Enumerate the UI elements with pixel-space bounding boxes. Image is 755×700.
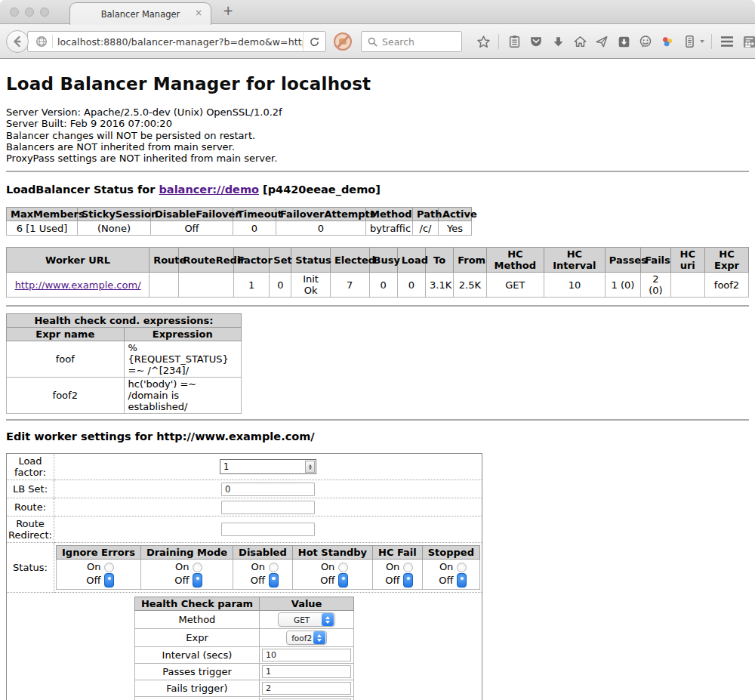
back-arrow-icon [11, 35, 23, 48]
route-redirect-input[interactable] [221, 523, 315, 536]
container-dropdown-caret-icon[interactable] [700, 40, 704, 43]
tab-bar: Balancer Manager × + [0, 0, 755, 24]
method-select[interactable]: GET [278, 612, 335, 627]
home-icon[interactable] [572, 33, 588, 50]
select-stepper-icon [322, 613, 334, 626]
col-passes: Passes [605, 248, 641, 273]
col-stopped: Stopped [422, 546, 479, 560]
new-tab-button[interactable]: + [223, 3, 233, 18]
colors-extension-icon[interactable] [659, 33, 676, 50]
chat-smiley-icon[interactable] [637, 33, 654, 50]
draining-mode-off-radio[interactable] [193, 573, 202, 587]
url-text[interactable]: localhost:8880/balancer-manager?b=demo&w… [57, 36, 303, 48]
stopped-off-radio[interactable] [457, 573, 467, 587]
form-row-status: Status: Ignore Errors Draining Mode Disa… [7, 543, 482, 593]
col-hc-fail: HC Fail [373, 546, 423, 560]
method-selected-value: GET [279, 615, 322, 624]
back-button[interactable] [6, 30, 29, 53]
col-active: Active [439, 208, 472, 221]
cell-from: 2.5K [454, 273, 486, 298]
form-row-route-redirect: Route Redirect: [7, 517, 482, 543]
hot-standby-on-radio[interactable] [338, 563, 348, 572]
form-row-load-factor: Load factor: 1 [7, 454, 482, 480]
cell-elected: 7 [330, 273, 369, 298]
content-blocker-icon[interactable] [334, 32, 352, 51]
status-header-row: Ignore Errors Draining Mode Disabled Hot… [57, 546, 480, 560]
col-busy: Busy [369, 248, 397, 273]
grid-panel-icon[interactable] [741, 33, 755, 50]
ignore-errors-off-radio[interactable] [104, 573, 114, 587]
cell-hc-expr: foof2 [704, 273, 748, 298]
lb-set-input[interactable] [221, 483, 315, 496]
page-title: Load Balancer Manager for localhost [6, 74, 749, 94]
form-row-lb-set: LB Set: [7, 480, 482, 498]
downloads-icon[interactable] [550, 33, 566, 50]
edit-worker-heading: Edit worker settings for http://www.exam… [6, 430, 749, 443]
on-label: On [171, 561, 189, 573]
hot-standby-off-radio[interactable] [338, 573, 348, 587]
col-routeredir: RouteRedir [179, 248, 233, 273]
window-minimize-button[interactable] [25, 8, 34, 17]
draining-mode-on-radio[interactable] [193, 563, 202, 572]
hc-fail-off-radio[interactable] [403, 573, 413, 587]
passes-input[interactable] [262, 665, 351, 678]
col-timeout: Timeout [233, 208, 276, 221]
reading-list-icon[interactable] [506, 33, 522, 50]
window-zoom-button[interactable] [40, 8, 49, 17]
download-panel-icon[interactable] [615, 33, 632, 50]
on-label: On [316, 561, 334, 573]
menu-hamburger-icon[interactable] [719, 33, 735, 50]
load-factor-input[interactable]: 1 [220, 459, 316, 474]
heading-prefix: LoadBalancer Status for [6, 183, 159, 196]
cell-failoverattempts: 0 [276, 221, 366, 236]
reload-button[interactable] [303, 32, 325, 51]
load-factor-label: Load factor: [7, 454, 54, 480]
bookmark-star-icon[interactable] [475, 33, 492, 50]
cell-factor: 1 [233, 273, 270, 298]
search-bar[interactable]: Search [361, 31, 462, 52]
browser-tab[interactable]: Balancer Manager × [69, 2, 211, 25]
col-hc-interval: HC Interval [544, 248, 606, 273]
col-elected: Elected [330, 248, 369, 273]
stopped-on-radio[interactable] [457, 563, 467, 572]
number-spinner-icon[interactable] [305, 461, 315, 473]
balancer-demo-link[interactable]: balancer://demo [159, 183, 259, 196]
ignore-errors-on-radio[interactable] [104, 563, 114, 572]
off-label: Off [435, 575, 453, 587]
col-draining-mode: Draining Mode [140, 546, 233, 560]
hc-fail-on-radio[interactable] [403, 563, 413, 572]
container-extension-icon[interactable] [681, 33, 698, 50]
cell-expr-name: foof [7, 341, 125, 378]
status-cell-ignore-errors: On Off [57, 560, 141, 590]
table-row: 6 [1 Used] (None) Off 0 0 bytraffic /c/ … [7, 221, 472, 236]
url-bar[interactable]: localhost:8880/balancer-manager?b=demo&w… [27, 31, 326, 52]
fails-input[interactable] [262, 682, 351, 695]
send-icon[interactable] [593, 33, 610, 50]
col-hc-uri: HC uri [670, 248, 704, 273]
table-header-row: Worker URL Route RouteRedir Factor Set S… [7, 248, 749, 273]
worker-url-link[interactable]: http://www.example.com/ [15, 279, 141, 291]
expr-select[interactable]: foof2 [286, 631, 327, 645]
site-identity-globe-icon[interactable] [35, 35, 48, 48]
disabled-on-radio[interactable] [269, 563, 279, 572]
hc-uri-label: HC uri [134, 697, 259, 700]
cell-status: Init Ok [291, 273, 331, 298]
toolbar-separator [498, 34, 499, 49]
tab-close-icon[interactable]: × [195, 8, 202, 17]
window-close-button[interactable] [10, 8, 19, 17]
disabled-off-radio[interactable] [269, 573, 279, 587]
table-header-row: MaxMembers StickySession DisableFailover… [7, 208, 472, 221]
cell-busy: 0 [369, 273, 397, 298]
pocket-icon[interactable] [528, 33, 544, 50]
col-stickysession: StickySession [78, 208, 151, 221]
passes-label: Passes trigger [134, 664, 259, 680]
col-hot-standby: Hot Standby [292, 546, 372, 560]
interval-input[interactable] [262, 649, 351, 661]
status-cell-disabled: On Off [233, 560, 293, 590]
route-redirect-label: Route Redirect: [7, 517, 54, 543]
lb-set-label: LB Set: [7, 480, 54, 498]
off-label: Off [82, 575, 100, 587]
on-label: On [247, 561, 265, 573]
col-expr-name: Expr name [7, 328, 125, 341]
route-input[interactable] [221, 501, 315, 514]
